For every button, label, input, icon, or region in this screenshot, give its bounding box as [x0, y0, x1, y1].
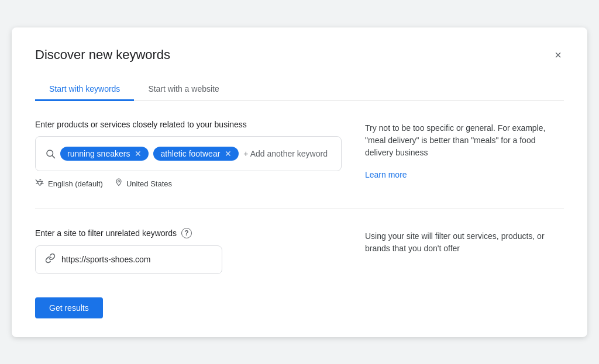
site-section-label-text: Enter a site to filter unrelated keyword… — [35, 228, 177, 238]
location-selector[interactable]: United States — [115, 178, 172, 190]
chip-running-sneakers: running sneakers ✕ — [60, 147, 149, 161]
dialog-header: Discover new keywords × — [35, 46, 564, 64]
site-right-col: Using your site will filter out services… — [365, 228, 564, 274]
dialog-title: Discover new keywords — [35, 47, 170, 63]
site-input-box[interactable] — [35, 245, 222, 274]
section-divider — [35, 209, 564, 209]
learn-more-link[interactable]: Learn more — [365, 170, 407, 179]
translate-icon — [35, 178, 44, 190]
site-section-label-row: Enter a site to filter unrelated keyword… — [35, 228, 342, 238]
location-row: English (default) United States — [35, 178, 342, 190]
keywords-section: Enter products or services closely relat… — [35, 120, 564, 190]
site-hint-text: Using your site will filter out services… — [365, 230, 564, 255]
location-label: United States — [126, 179, 172, 188]
search-icon — [45, 148, 56, 159]
svg-line-1 — [52, 155, 54, 158]
location-pin-icon — [115, 178, 123, 190]
keywords-right-col: Try not to be too specific or general. F… — [365, 120, 564, 190]
chip-close-running-sneakers[interactable]: ✕ — [135, 149, 142, 158]
dialog-footer: Get results — [35, 297, 564, 318]
svg-point-2 — [118, 180, 120, 182]
link-icon — [45, 253, 56, 266]
close-icon: × — [555, 48, 562, 62]
keywords-section-label: Enter products or services closely relat… — [35, 120, 342, 129]
site-section: Enter a site to filter unrelated keyword… — [35, 228, 564, 274]
keywords-input-area[interactable]: running sneakers ✕ athletic footwear ✕ +… — [35, 136, 342, 171]
language-selector[interactable]: English (default) — [35, 178, 103, 190]
site-left-col: Enter a site to filter unrelated keyword… — [35, 228, 342, 274]
get-results-button[interactable]: Get results — [35, 297, 103, 318]
tab-website[interactable]: Start with a website — [134, 78, 233, 101]
help-icon[interactable]: ? — [181, 228, 192, 238]
chip-athletic-footwear: athletic footwear ✕ — [153, 147, 239, 161]
language-label: English (default) — [48, 179, 103, 188]
discover-keywords-dialog: Discover new keywords × Start with keywo… — [12, 27, 587, 337]
keywords-left-col: Enter products or services closely relat… — [35, 120, 342, 190]
close-button[interactable]: × — [552, 46, 564, 64]
tab-bar: Start with keywords Start with a website — [35, 78, 564, 101]
chip-close-athletic-footwear[interactable]: ✕ — [225, 149, 232, 158]
tab-keywords[interactable]: Start with keywords — [35, 78, 134, 101]
keywords-hint-text: Try not to be too specific or general. F… — [365, 122, 564, 159]
add-keyword-placeholder[interactable]: + Add another keyword — [243, 147, 328, 161]
site-url-input[interactable] — [61, 255, 212, 264]
